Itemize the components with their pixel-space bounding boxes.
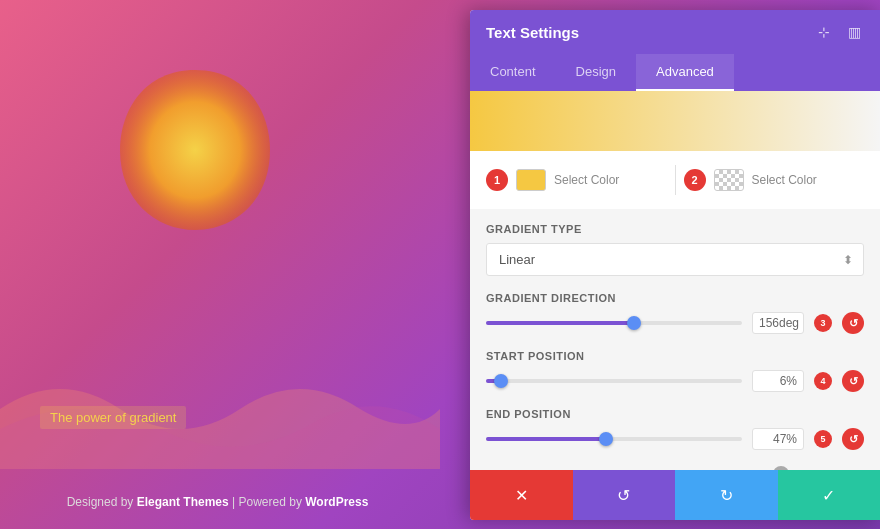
end-position-value[interactable]: 47%: [752, 428, 804, 450]
gradient-direction-title: Gradient Direction: [486, 292, 864, 304]
gradient-type-title: Gradient Type: [486, 223, 864, 235]
end-position-row: 47% 5 ↺: [486, 428, 864, 450]
gradient-direction-thumb[interactable]: [627, 316, 641, 330]
panel-header: Text Settings ⊹ ▥: [470, 10, 880, 54]
expand-icon[interactable]: ⊹: [814, 22, 834, 42]
color-selector-1: 1 Select Color: [486, 169, 667, 191]
start-position-section: Start Position 6% 4 ↺: [470, 340, 880, 398]
start-position-badge: 4: [814, 372, 832, 390]
redo-button[interactable]: ↻: [675, 470, 778, 520]
gradient-type-select-wrapper: Linear Radial ⬍: [486, 243, 864, 276]
reset-icon-4: ↺: [849, 375, 858, 388]
gradient-direction-section: Gradient Direction 156deg 3 ↺: [470, 282, 880, 340]
confirm-button[interactable]: ✓: [778, 470, 881, 520]
end-position-badge: 5: [814, 430, 832, 448]
tabs: Content Design Advanced: [470, 54, 880, 91]
reset-icon-5: ↺: [849, 433, 858, 446]
undo-button[interactable]: ↺: [573, 470, 676, 520]
footer-text: Designed by Elegant Themes | Powered by …: [0, 495, 435, 509]
color-selectors-row: 1 Select Color 2 Select Color: [470, 151, 880, 209]
color-badge-2: 2: [684, 169, 706, 191]
reset-icon-3: ↺: [849, 317, 858, 330]
panel-footer: ✕ ↺ ↻ ✓: [470, 470, 880, 520]
end-position-fill: [486, 437, 606, 441]
end-position-track[interactable]: [486, 437, 742, 441]
gradient-direction-badge: 3: [814, 314, 832, 332]
tab-content[interactable]: Content: [470, 54, 556, 91]
place-gradient-section: Place Gradient Above Background Image ?: [470, 456, 880, 470]
end-position-section: End Position 47% 5 ↺: [470, 398, 880, 456]
color-select-label-1[interactable]: Select Color: [554, 173, 619, 187]
gradient-direction-reset[interactable]: ↺: [842, 312, 864, 334]
gradient-direction-row: 156deg 3 ↺: [486, 312, 864, 334]
gradient-preview: [470, 91, 880, 151]
end-position-reset[interactable]: ↺: [842, 428, 864, 450]
color-badge-1: 1: [486, 169, 508, 191]
gradient-direction-value[interactable]: 156deg: [752, 312, 804, 334]
color-selector-2: 2 Select Color: [684, 169, 865, 191]
cancel-button[interactable]: ✕: [470, 470, 573, 520]
start-position-thumb[interactable]: [494, 374, 508, 388]
start-position-track[interactable]: [486, 379, 742, 383]
panel-scroll-area[interactable]: 1 Select Color 2 Select Color Gradient T…: [470, 91, 880, 470]
start-position-row: 6% 4 ↺: [486, 370, 864, 392]
settings-panel: Text Settings ⊹ ▥ Content Design Advance…: [470, 10, 880, 520]
panel-header-icons: ⊹ ▥: [814, 22, 864, 42]
color-divider: [675, 165, 676, 195]
help-icon[interactable]: ?: [773, 466, 789, 470]
gradient-direction-fill: [486, 321, 634, 325]
start-position-title: Start Position: [486, 350, 864, 362]
start-position-reset[interactable]: ↺: [842, 370, 864, 392]
color-swatch-2[interactable]: [714, 169, 744, 191]
gradient-type-section: Gradient Type Linear Radial ⬍: [470, 209, 880, 282]
color-swatch-1[interactable]: [516, 169, 546, 191]
decorative-blob: [115, 60, 275, 240]
page-text-label: The power of gradient: [40, 406, 186, 429]
start-position-value[interactable]: 6%: [752, 370, 804, 392]
color-select-label-2[interactable]: Select Color: [752, 173, 817, 187]
panel-title: Text Settings: [486, 24, 579, 41]
end-position-title: End Position: [486, 408, 864, 420]
gradient-direction-track[interactable]: [486, 321, 742, 325]
end-position-thumb[interactable]: [599, 432, 613, 446]
tab-advanced[interactable]: Advanced: [636, 54, 734, 91]
gradient-type-select[interactable]: Linear Radial: [487, 244, 863, 275]
columns-icon[interactable]: ▥: [844, 22, 864, 42]
tab-design[interactable]: Design: [556, 54, 636, 91]
place-gradient-label: Place Gradient Above Background Image: [486, 468, 767, 470]
